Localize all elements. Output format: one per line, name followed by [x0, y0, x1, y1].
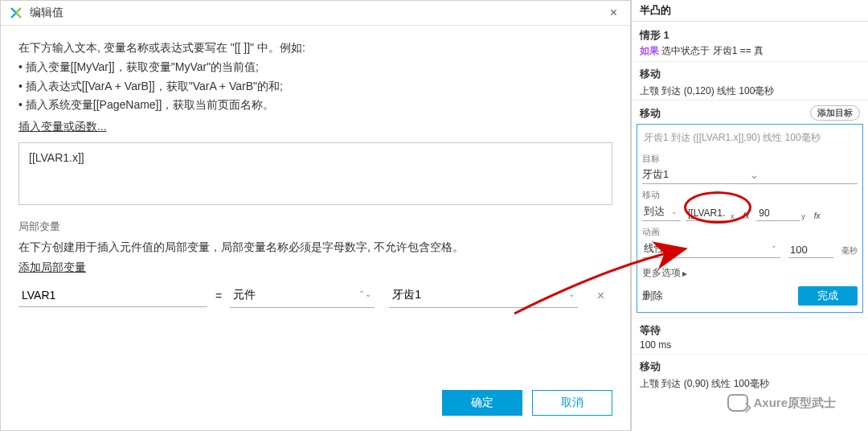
case-title: 情形 1 — [640, 28, 860, 43]
target-select[interactable]: 牙齿1⌄ — [642, 166, 858, 184]
chevron-right-icon: ▸ — [682, 268, 687, 279]
y-value-field[interactable]: 90 y — [756, 206, 807, 221]
chevron-down-icon: ⌄ — [669, 207, 679, 216]
dialog-titlebar: 编辑值 × — [1, 1, 630, 26]
dialog-title: 编辑值 — [30, 6, 63, 20]
action-move-header[interactable]: 移动 — [632, 61, 868, 83]
add-local-var-link[interactable]: 添加局部变量 — [18, 261, 612, 275]
local-var-type-select[interactable]: 元件 ⌃⌄ — [230, 283, 375, 308]
target-label: 目标 — [642, 153, 858, 165]
fx-x-button[interactable]: fx — [741, 211, 752, 221]
watermark: Axure原型武士 — [727, 394, 836, 412]
case-condition: 如果 选中状态于 牙齿1 == 真 — [640, 44, 860, 58]
anim-duration-input[interactable]: 100 — [788, 242, 833, 258]
done-button[interactable]: 完成 — [798, 286, 858, 306]
delete-local-var-icon[interactable]: × — [589, 289, 612, 303]
local-var-name-input[interactable] — [18, 284, 207, 307]
anim-unit-label: 毫秒 — [841, 245, 858, 258]
close-icon[interactable]: × — [605, 6, 622, 20]
move-summary-1[interactable]: 上颚 到达 (0,120) 线性 100毫秒 — [632, 83, 868, 100]
cancel-button[interactable]: 取消 — [532, 390, 612, 416]
chevron-down-icon: ⌄ — [748, 169, 858, 181]
wait-action-value: 100 ms — [632, 339, 868, 354]
wechat-icon — [727, 394, 748, 412]
move-action-editor: 牙齿1 到达 ([[LVAR1.x]],90) 线性 100毫秒 目标 牙齿1⌄… — [637, 124, 863, 313]
chevron-down-icon: ⌄ — [769, 241, 779, 256]
app-logo-icon — [9, 6, 23, 20]
local-var-target-select[interactable]: 牙齿1 ⌄ — [389, 283, 578, 308]
anim-label: 动画 — [642, 226, 858, 238]
local-var-section-label: 局部变量 — [18, 220, 612, 234]
insert-var-func-link[interactable]: 插入变量或函数... — [18, 120, 612, 134]
move-type-select[interactable]: 到达⌄ — [642, 203, 681, 221]
action-move-header-3[interactable]: 移动 — [632, 354, 868, 376]
ok-button[interactable]: 确定 — [442, 390, 522, 416]
anim-type-select[interactable]: 线性⌄ — [642, 240, 780, 258]
panel-top-cut: 半凸的 — [632, 0, 868, 22]
more-options-toggle[interactable]: 更多选项▸ — [642, 266, 858, 280]
add-target-button[interactable]: 添加目标 — [810, 105, 860, 121]
delete-action-button[interactable]: 删除 — [642, 289, 663, 303]
action-move-header-2[interactable]: 移动 添加目标 — [632, 100, 868, 122]
fx-y-button[interactable]: fx — [812, 211, 823, 221]
move-label: 移动 — [642, 189, 858, 201]
wait-action-header[interactable]: 等待 — [632, 318, 868, 339]
expression-input[interactable]: [[LVAR1.x]] — [18, 142, 612, 205]
interaction-panel: 半凸的 情形 1 如果 选中状态于 牙齿1 == 真 移动 上颚 到达 (0,1… — [631, 0, 868, 431]
local-var-desc: 在下方创建用于插入元件值的局部变量，局部变量名称必须是字母数字, 不允许包含空格… — [18, 239, 612, 256]
move-summary-2[interactable]: 上颚 到达 (0,90) 线性 100毫秒 — [632, 376, 868, 392]
edit-value-dialog: 编辑值 × 在下方输入文本, 变量名称或表达式要写在 "[[ ]]" 中。例如:… — [0, 0, 631, 431]
equals-label: = — [207, 289, 230, 302]
move-editor-summary: 牙齿1 到达 ([[LVAR1.x]],90) 线性 100毫秒 — [642, 129, 858, 148]
local-var-row: = 元件 ⌃⌄ 牙齿1 ⌄ × — [18, 283, 612, 308]
x-value-field[interactable]: [[LVAR1. x — [686, 206, 736, 221]
intro-text: 在下方输入文本, 变量名称或表达式要写在 "[[ ]]" 中。例如: • 插入变… — [18, 39, 612, 115]
